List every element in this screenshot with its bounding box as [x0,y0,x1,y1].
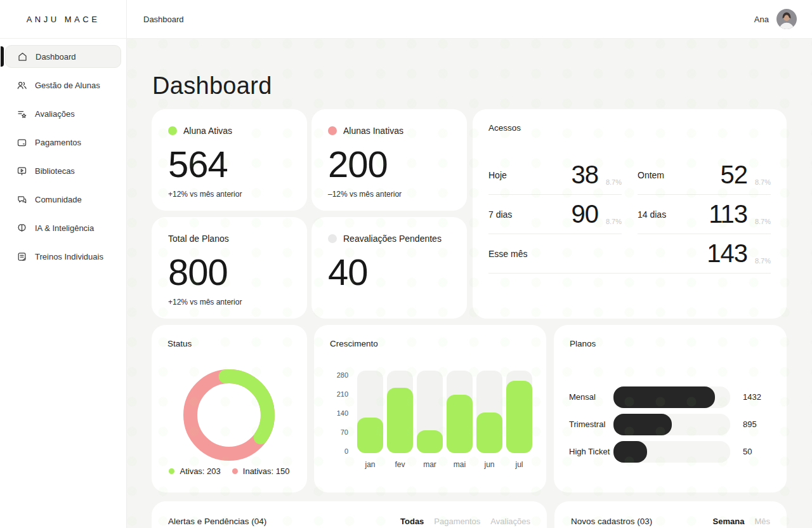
user-name: Ana [754,15,769,24]
y-axis-tick: 280 [337,371,348,379]
planos-value: 895 [743,419,757,429]
status-donut-chart [178,364,280,466]
card-title: Acessos [488,123,521,133]
acesso-value: 38 [572,161,599,189]
bar-jan [357,371,383,453]
acesso-row-7-dias: 7 dias 90 8.7% [488,195,622,234]
acesso-row-hoje: Hoje 38 8.7% [488,155,622,195]
sidebar-item-label: Bibliotecas [35,166,75,176]
stat-value: 800 [168,254,291,291]
y-axis-tick: 0 [344,447,348,455]
x-axis: jan fev mar mai jun jul [357,460,532,469]
bar-fill [613,441,647,463]
planos-label: Trimestral [569,419,613,429]
bar-fill [613,386,715,408]
tab-pagamentos[interactable]: Pagamentos [434,517,480,526]
sidebar-item-treinos-individuais[interactable]: Treinos Individuais [5,245,121,268]
bar-mar [417,371,443,453]
x-axis-label: mar [417,460,443,469]
card-title: Novos cadastros (03) [571,517,652,526]
bar-track [613,441,730,463]
avatar[interactable] [776,9,797,29]
brain-icon [16,223,27,234]
legend-label: Ativas: 203 [180,466,220,476]
checklist-star-icon [16,109,27,119]
acesso-percent: 8.7% [752,178,771,194]
x-axis-label: jan [357,460,383,469]
video-library-icon [16,166,27,176]
tab-avaliacoes[interactable]: Avaliações [490,517,530,526]
bar-track [613,414,730,435]
alertas-card: Alertas e Pendências (04) Todas Pagament… [152,501,547,528]
sidebar-item-pagamentos[interactable]: Pagamentos [5,131,121,154]
stat-card-alunas-ativas: Aluna Ativas 564 +12% vs mês anterior [152,109,307,211]
bar-chart [357,371,532,453]
tab-mes[interactable]: Mês [754,517,770,526]
planos-label: High Ticket [569,447,613,456]
cadastros-card: Novos cadastros (03) Semana Mês [554,501,787,528]
bar-fill [613,414,672,435]
sidebar-item-label: Comunidade [35,195,82,204]
tab-semana[interactable]: Semana [713,517,745,526]
green-dot [169,468,174,474]
stat-label: Reavaliações Pendentes [343,234,442,244]
card-title: Crescimento [330,339,378,348]
acesso-percent: 8.7% [752,257,771,273]
brand-logo: ANJU MACE [0,0,126,39]
main-content: Dashboard Aluna Ativas 564 +12% vs mês a… [127,39,812,528]
sidebar-item-gestao-de-alunas[interactable]: Gestão de Alunas [5,74,121,96]
cadastros-tabs: Semana Mês [713,517,770,526]
stat-delta: –12% vs mês anterior [328,190,450,199]
acesso-percent: 8.7% [752,218,771,234]
y-axis-tick: 70 [341,428,348,436]
document-icon [16,251,27,262]
acesso-value: 143 [707,239,747,268]
sidebar-item-dashboard[interactable]: Dashboard [5,45,121,68]
acesso-value: 52 [721,161,748,189]
sidebar-item-label: Pagamentos [35,138,81,147]
sidebar-item-label: Avaliações [35,109,75,119]
pink-dot [232,468,238,474]
sidebar-item-avaliacoes[interactable]: Avaliações [5,102,121,125]
planos-value: 1432 [743,392,761,402]
acesso-label: Ontem [638,170,721,180]
acesso-row-esse-mes: Esse mês 143 8.7% [488,234,771,274]
stat-label: Total de Planos [168,234,229,244]
y-axis-tick: 210 [337,390,348,398]
acesso-value: 113 [709,200,747,228]
sidebar-item-ia-inteligencia[interactable]: IA & Inteligência [5,216,121,239]
green-dot [168,126,177,135]
acessos-card: Acessos Hoje 38 8.7% Ontem 52 8.7% 7 dia… [473,109,787,319]
stat-card-alunas-inativas: Alunas Inativas 200 –12% vs mês anterior [311,109,467,211]
x-axis-label: mai [447,460,473,469]
pink-dot [328,126,337,135]
planos-row-mensal: Mensal 1432 [569,383,771,411]
planos-label: Mensal [569,392,613,402]
card-title: Alertas e Pendências (04) [168,517,266,526]
acesso-label: 14 dias [638,209,709,220]
legend-label: Inativas: 150 [243,466,290,476]
acesso-percent: 8.7% [603,178,622,194]
y-axis-tick: 140 [337,409,348,417]
sidebar-item-comunidade[interactable]: Comunidade [5,188,121,211]
acesso-value: 90 [572,200,599,228]
planos-row-trimestral: Trimestral 895 [569,411,771,438]
acesso-row-14-dias: 14 dias 113 8.7% [638,195,771,234]
stat-label: Alunas Inativas [343,126,403,136]
stat-value: 40 [328,254,450,291]
x-axis-label: fev [387,460,413,469]
bar-mai [447,371,473,453]
tab-todas[interactable]: Todas [400,517,424,526]
stat-card-total-planos: Total de Planos 800 +12% vs mês anterior [152,217,307,319]
sidebar-item-bibliotecas[interactable]: Bibliotecas [5,159,121,182]
x-axis-label: jul [506,460,532,469]
donut-legend: Ativas: 203 Inativas: 150 [152,466,307,476]
home-icon [17,51,28,62]
user-menu: Ana [754,9,797,29]
card-title: Status [167,339,192,348]
card-icon [16,137,27,148]
legend-item-ativas: Ativas: 203 [169,466,220,476]
bar-jun [476,371,502,453]
acesso-label: 7 dias [488,209,572,220]
acesso-label: Hoje [488,170,572,180]
